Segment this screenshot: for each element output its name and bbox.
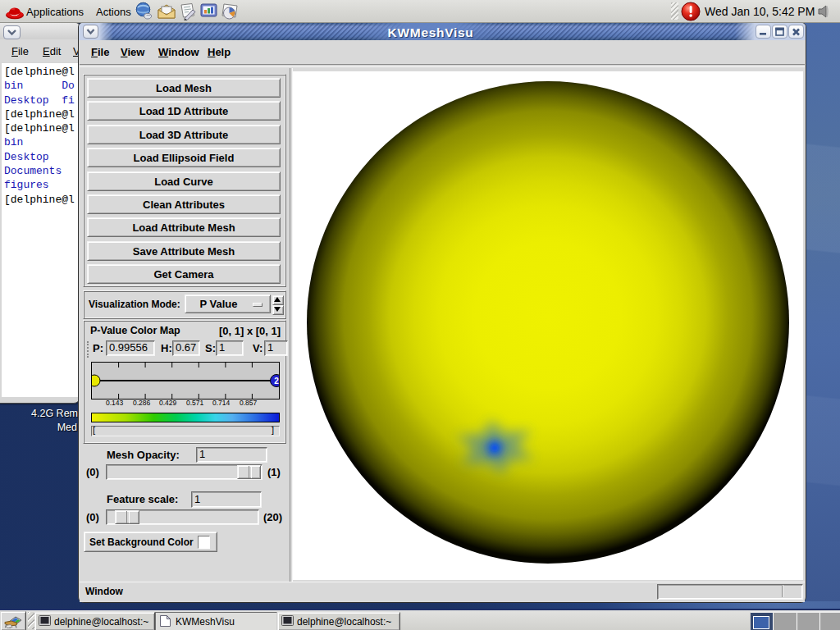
svg-text:2: 2 (274, 377, 279, 386)
